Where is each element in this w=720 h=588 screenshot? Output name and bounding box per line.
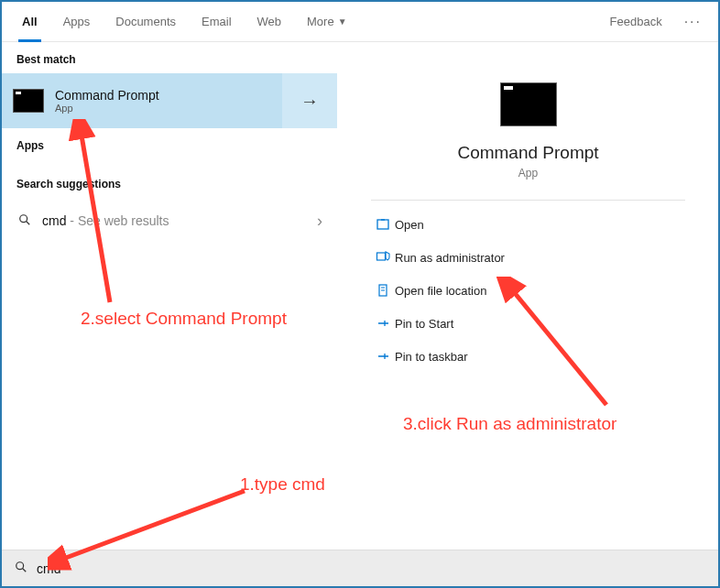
best-match-texts: Command Prompt App xyxy=(55,88,159,114)
svg-point-0 xyxy=(20,214,27,222)
action-label: Pin to Start xyxy=(395,317,453,331)
svg-line-8 xyxy=(23,569,27,572)
preview-card: Command Prompt App Open Run as administr… xyxy=(347,60,709,531)
tab-label: Apps xyxy=(63,15,91,28)
action-run-admin[interactable]: Run as administrator xyxy=(371,241,685,274)
search-icon xyxy=(15,561,27,576)
preview-title: Command Prompt xyxy=(371,143,685,163)
action-pin-start[interactable]: Pin to Start xyxy=(371,307,685,340)
action-label: Run as administrator xyxy=(395,251,505,265)
section-suggestions: Search suggestions xyxy=(2,159,337,198)
action-open[interactable]: Open xyxy=(371,208,685,241)
svg-rect-2 xyxy=(377,220,388,229)
more-menu-button[interactable]: ··· xyxy=(675,14,711,30)
shield-icon xyxy=(371,250,395,265)
tab-documents[interactable]: Documents xyxy=(103,2,189,42)
search-icon xyxy=(16,213,33,229)
suggestion-term: cmd xyxy=(42,213,66,228)
feedback-label: Feedback xyxy=(610,15,662,28)
tab-label: Documents xyxy=(115,15,176,28)
best-match-subtitle: App xyxy=(55,103,159,114)
best-match-item[interactable]: Command Prompt App → xyxy=(2,73,337,128)
chevron-right-icon: › xyxy=(317,212,322,231)
svg-point-7 xyxy=(16,562,24,570)
action-pin-taskbar[interactable]: Pin to taskbar xyxy=(371,340,685,373)
tab-web[interactable]: Web xyxy=(245,2,295,42)
best-match-title: Command Prompt xyxy=(55,88,159,103)
action-open-location[interactable]: Open file location xyxy=(371,274,685,307)
search-bar[interactable]: cmd xyxy=(2,550,718,586)
svg-rect-3 xyxy=(377,253,386,260)
cmd-icon xyxy=(500,82,557,126)
section-best-match: Best match xyxy=(2,42,337,73)
tab-more[interactable]: More▼ xyxy=(294,2,360,42)
divider xyxy=(371,200,685,201)
search-window: All Apps Documents Email Web More▼ Feedb… xyxy=(2,2,718,586)
web-suggestion-item[interactable]: cmd - See web results › xyxy=(2,198,337,244)
tab-label: Email xyxy=(202,15,232,28)
preview-subtitle: App xyxy=(371,167,685,180)
tab-all[interactable]: All xyxy=(9,2,50,42)
tab-email[interactable]: Email xyxy=(189,2,245,42)
preview-pane: Command Prompt App Open Run as administr… xyxy=(337,42,718,550)
tab-label: Web xyxy=(257,15,282,28)
arrow-right-icon: → xyxy=(300,91,319,112)
folder-icon xyxy=(371,283,395,298)
pin-icon xyxy=(371,349,395,364)
feedback-link[interactable]: Feedback xyxy=(597,15,675,28)
section-apps: Apps xyxy=(2,128,337,159)
action-label: Open file location xyxy=(395,284,486,298)
action-label: Pin to taskbar xyxy=(395,350,468,364)
svg-line-1 xyxy=(27,221,30,224)
open-icon xyxy=(371,217,395,232)
tab-label: More xyxy=(307,15,334,28)
open-preview-button[interactable]: → xyxy=(282,73,337,128)
results-pane: Best match Command Prompt App → Apps Sea… xyxy=(2,42,337,550)
tabs-bar: All Apps Documents Email Web More▼ Feedb… xyxy=(2,2,718,42)
body-row: Best match Command Prompt App → Apps Sea… xyxy=(2,42,718,550)
search-input[interactable]: cmd xyxy=(37,561,60,576)
suggestion-hint: - See web results xyxy=(66,213,169,228)
tab-label: All xyxy=(22,15,38,28)
tab-apps[interactable]: Apps xyxy=(50,2,104,42)
cmd-icon xyxy=(13,89,44,113)
action-label: Open xyxy=(395,218,424,232)
chevron-down-icon: ▼ xyxy=(338,16,347,27)
suggestion-text: cmd - See web results xyxy=(42,213,169,228)
pin-icon xyxy=(371,316,395,331)
